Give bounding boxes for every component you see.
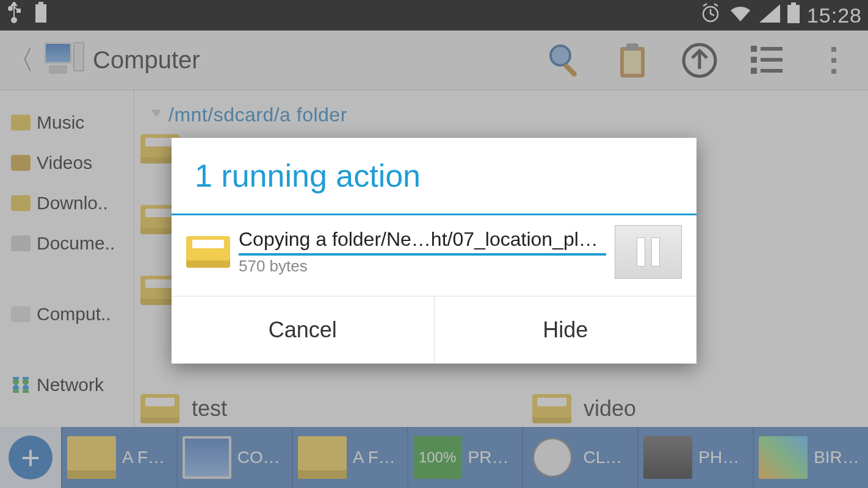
progress-bar	[239, 253, 606, 256]
pause-button[interactable]	[615, 225, 682, 279]
dialog-title: 1 running action	[172, 138, 696, 214]
folder-copy-icon	[186, 236, 230, 268]
hide-button[interactable]: Hide	[434, 296, 697, 364]
running-action-dialog: 1 running action Copying a folder/Ne…ht/…	[172, 138, 696, 364]
pause-icon	[637, 237, 645, 267]
pause-icon	[651, 237, 660, 267]
action-description: Copying a folder/Ne…ht/07_location_place	[239, 228, 606, 251]
cancel-button[interactable]: Cancel	[172, 296, 434, 364]
action-size: 570 bytes	[239, 257, 606, 276]
action-item: Copying a folder/Ne…ht/07_location_place…	[172, 215, 696, 296]
